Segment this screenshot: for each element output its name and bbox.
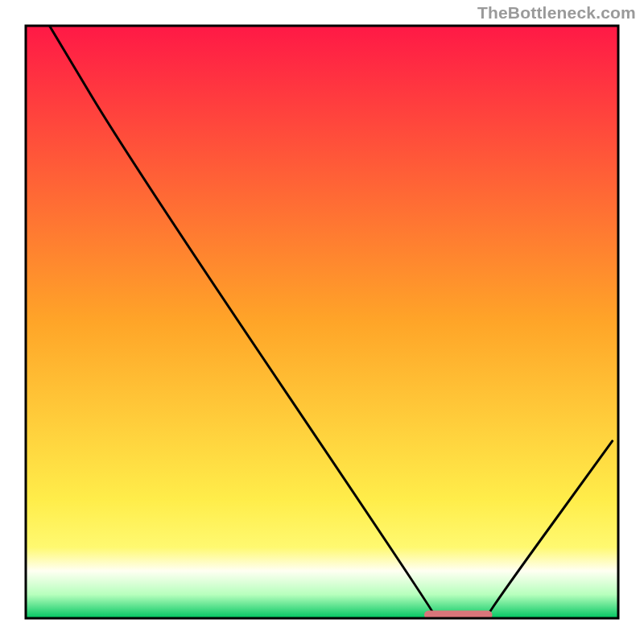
chart-container: TheBottleneck.com [0,0,644,644]
bottleneck-chart [0,0,644,644]
watermark-text: TheBottleneck.com [477,3,636,23]
